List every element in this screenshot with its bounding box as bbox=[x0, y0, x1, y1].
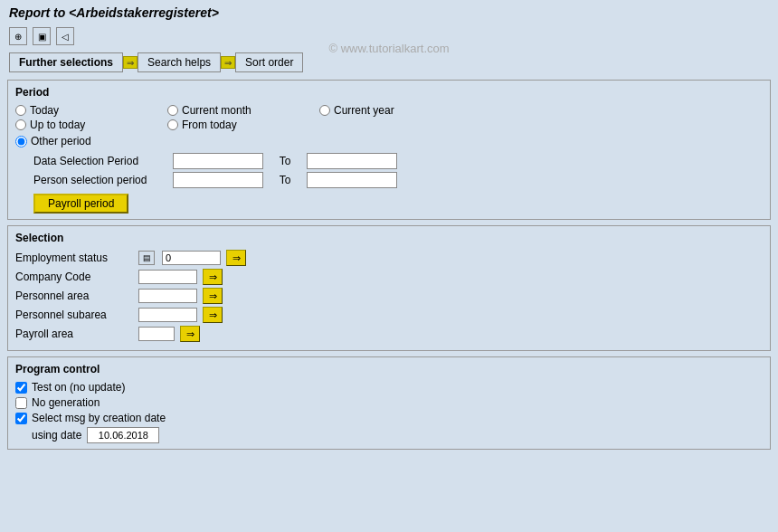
employment-status-arrow-btn[interactable]: ⇒ bbox=[226, 250, 246, 266]
sel-row-personnel-area: Personnel area ⇒ bbox=[15, 288, 763, 304]
data-selection-field-grid: Data Selection Period To Person selectio… bbox=[33, 153, 763, 188]
data-selection-to-input[interactable] bbox=[307, 153, 397, 169]
person-selection-from-input[interactable] bbox=[173, 172, 263, 188]
radio-current-month-input[interactable] bbox=[167, 105, 178, 116]
person-selection-label: Person selection period bbox=[33, 174, 169, 186]
sel-row-payroll-area: Payroll area ⇒ bbox=[15, 326, 763, 342]
sel-row-personnel-subarea: Personnel subarea ⇒ bbox=[15, 307, 763, 323]
selection-section: Selection Employment status ▤ ⇒ Company … bbox=[7, 225, 771, 351]
test-on-checkbox[interactable] bbox=[15, 382, 27, 394]
radio-today: Today bbox=[15, 104, 160, 117]
other-period-row: Other period bbox=[15, 135, 763, 147]
radio-today-label: Today bbox=[30, 104, 59, 117]
company-code-arrow-btn[interactable]: ⇒ bbox=[203, 269, 223, 285]
radio-current-year-input[interactable] bbox=[319, 105, 330, 116]
title-bar: Report to <Arbeidstakerregisteret> bbox=[0, 0, 778, 24]
company-code-input[interactable] bbox=[138, 270, 197, 284]
sel-row-employment-status: Employment status ▤ ⇒ bbox=[15, 250, 763, 266]
radio-up-to-today-label: Up to today bbox=[30, 119, 85, 131]
select-msg-checkbox[interactable] bbox=[15, 413, 27, 424]
toolbar: ⊕ ▣ ◁ bbox=[0, 24, 778, 49]
tab-arrow-1: ⇒ bbox=[123, 56, 138, 69]
toolbar-icon-2[interactable]: ▣ bbox=[33, 27, 51, 45]
check-row-test-on: Test on (no update) bbox=[15, 381, 763, 394]
tabs-row: Further selections ⇒ Search helps ⇒ Sort… bbox=[0, 49, 778, 76]
radio-from-today-label: From today bbox=[182, 119, 237, 131]
payroll-area-label: Payroll area bbox=[15, 328, 133, 340]
using-date-row: using date bbox=[32, 427, 763, 443]
check-row-no-generation: No generation bbox=[15, 396, 763, 409]
personnel-subarea-input[interactable] bbox=[138, 308, 197, 322]
program-control-section: Program control Test on (no update) No g… bbox=[7, 356, 771, 450]
personnel-area-arrow-btn[interactable]: ⇒ bbox=[203, 288, 223, 304]
radio-current-year-label: Current year bbox=[334, 104, 394, 117]
period-options: Today Current month Current year Up to t… bbox=[15, 104, 763, 131]
personnel-area-input[interactable] bbox=[138, 289, 197, 303]
tab-sort-order[interactable]: Sort order bbox=[235, 52, 303, 72]
main-content: Period Today Current month Current year … bbox=[0, 76, 778, 453]
tab-further-selections[interactable]: Further selections bbox=[9, 52, 123, 72]
radio-up-to-today-input[interactable] bbox=[15, 119, 26, 130]
personnel-area-label: Personnel area bbox=[15, 290, 133, 302]
payroll-area-arrow-btn[interactable]: ⇒ bbox=[180, 326, 200, 342]
radio-current-year: Current year bbox=[319, 104, 464, 117]
no-generation-label: No generation bbox=[32, 396, 100, 409]
radio-other-period-label: Other period bbox=[31, 135, 91, 147]
data-selection-to-label: To bbox=[267, 155, 303, 167]
personnel-subarea-label: Personnel subarea bbox=[15, 309, 133, 321]
toolbar-icon-1[interactable]: ⊕ bbox=[9, 27, 27, 45]
period-section: Period Today Current month Current year … bbox=[7, 80, 771, 220]
radio-from-today-input[interactable] bbox=[167, 119, 178, 130]
data-selection-label: Data Selection Period bbox=[33, 155, 169, 167]
select-msg-label: Select msg by creation date bbox=[32, 412, 166, 424]
radio-current-month-label: Current month bbox=[182, 104, 251, 117]
tab-arrow-2: ⇒ bbox=[221, 56, 235, 69]
person-selection-to-input[interactable] bbox=[307, 172, 397, 188]
radio-from-today: From today bbox=[167, 119, 312, 131]
no-generation-checkbox[interactable] bbox=[15, 397, 27, 409]
radio-today-input[interactable] bbox=[15, 105, 26, 116]
sel-row-company-code: Company Code ⇒ bbox=[15, 269, 763, 285]
check-row-select-msg: Select msg by creation date bbox=[15, 412, 763, 424]
payroll-area-input[interactable] bbox=[138, 327, 175, 341]
period-section-label: Period bbox=[15, 86, 763, 99]
tab-search-helps[interactable]: Search helps bbox=[138, 52, 221, 72]
radio-up-to-today: Up to today bbox=[15, 119, 160, 131]
using-date-label: using date bbox=[32, 429, 81, 442]
company-code-label: Company Code bbox=[15, 271, 133, 283]
page-title: Report to <Arbeidstakerregisteret> bbox=[9, 5, 219, 20]
data-selection-from-input[interactable] bbox=[173, 153, 263, 169]
person-selection-to-label: To bbox=[267, 174, 303, 186]
employment-status-icon[interactable]: ▤ bbox=[138, 251, 155, 265]
employment-status-input[interactable] bbox=[162, 251, 221, 265]
program-control-label: Program control bbox=[15, 363, 763, 375]
payroll-period-button[interactable]: Payroll period bbox=[33, 194, 128, 214]
employment-status-label: Employment status bbox=[15, 252, 133, 264]
using-date-input[interactable] bbox=[87, 427, 159, 443]
toolbar-icon-3[interactable]: ◁ bbox=[56, 27, 74, 45]
selection-section-label: Selection bbox=[15, 232, 763, 244]
personnel-subarea-arrow-btn[interactable]: ⇒ bbox=[203, 307, 223, 323]
radio-other-period-input[interactable] bbox=[15, 136, 27, 147]
radio-current-month: Current month bbox=[167, 104, 312, 117]
test-on-label: Test on (no update) bbox=[32, 381, 125, 394]
